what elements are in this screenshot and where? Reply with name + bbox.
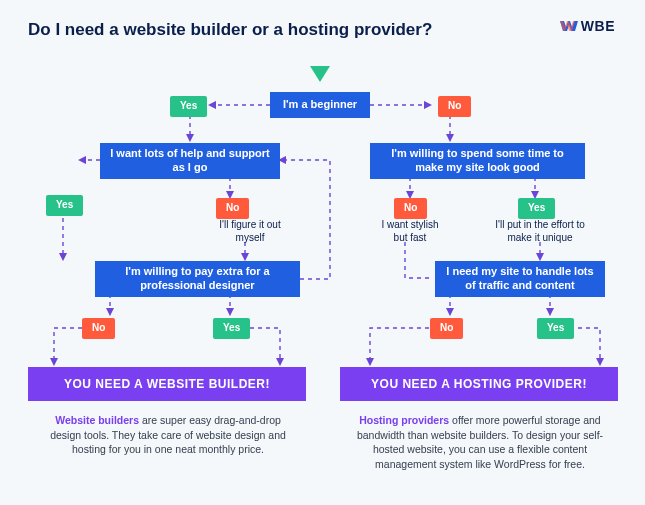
node-beginner: I'm a beginner [270,92,370,118]
pill-help-yes: Yes [46,195,83,216]
node-spend: I'm willing to spend some time to make m… [370,143,585,179]
node-traffic: I need my site to handle lots of traffic… [435,261,605,297]
conclusion-hosting: YOU NEED A HOSTING PROVIDER! [340,367,618,401]
brand-logo: WBE [560,18,615,34]
pill-pay-yes: Yes [213,318,250,339]
pill-pay-no: No [82,318,115,339]
cap-stylish: I want stylish but fast [375,218,445,244]
pill-traffic-yes: Yes [537,318,574,339]
cap-effort: I'll put in the effort to make it unique [490,218,590,244]
pill-beginner-no: No [438,96,471,117]
node-payextra: I'm willing to pay extra for a professio… [95,261,300,297]
pill-spend-yes: Yes [518,198,555,219]
page-title: Do I need a website builder or a hosting… [28,20,617,40]
conclusion-builder: YOU NEED A WEBSITE BUILDER! [28,367,306,401]
pill-help-no: No [216,198,249,219]
pill-traffic-no: No [430,318,463,339]
pill-spend-no: No [394,198,427,219]
pill-beginner-yes: Yes [170,96,207,117]
cap-figure: I'll figure it out myself [210,218,290,244]
desc-builder: Website builders are super easy drag-and… [48,413,288,457]
node-help: I want lots of help and support as I go [100,143,280,179]
desc-hosting: Hosting providers offer more powerful st… [350,413,610,472]
start-arrow-icon [310,66,330,82]
